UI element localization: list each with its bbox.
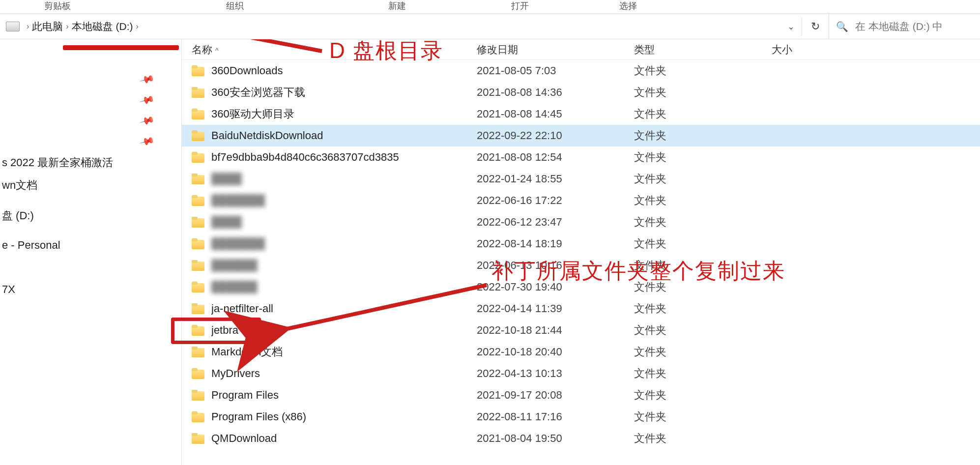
nav-item-drive-d[interactable]: 盘 (D:) (0, 204, 181, 227)
chevron-right-icon[interactable]: › (136, 22, 138, 31)
nav-item[interactable] (0, 256, 181, 263)
cell-date: 2022-01-24 18:55 (477, 173, 634, 185)
folder-icon (192, 282, 204, 292)
quick-access-item[interactable]: 📌 (0, 69, 167, 89)
refresh-button[interactable]: ↻ (802, 17, 829, 36)
file-name: MyDrivers (211, 367, 260, 380)
table-row[interactable]: ██████2022-06-13 10:16文件夹 (182, 255, 980, 276)
table-row[interactable]: Markdown文档2022-10-18 20:40文件夹 (182, 341, 980, 363)
cell-name: Markdown文档 (192, 345, 477, 359)
ribbon-group-organize: 组织 (226, 0, 244, 12)
nav-item[interactable]: wn文档 (0, 174, 181, 197)
file-name: ███████ (211, 237, 265, 250)
cell-name: BaiduNetdiskDownload (192, 129, 477, 142)
file-name: jetbra (211, 324, 238, 337)
file-name: Program Files (x86) (211, 410, 306, 423)
cell-type: 文件夹 (634, 215, 772, 230)
folder-icon (192, 368, 204, 379)
table-row[interactable]: 360安全浏览器下载2021-08-08 14:36文件夹 (182, 82, 980, 103)
table-row[interactable]: ja-netfilter-all2022-04-14 11:39文件夹 (182, 298, 980, 320)
cell-date: 2021-09-17 20:08 (477, 389, 634, 402)
search-input[interactable]: 🔍 在 本地磁盘 (D:) 中 (829, 14, 976, 39)
column-headers[interactable]: 名称^ 修改日期 类型 大小 (182, 39, 980, 60)
cell-type: 文件夹 (634, 107, 772, 121)
quick-access-item[interactable]: 📌 (0, 131, 167, 151)
file-name: ████ (211, 216, 242, 229)
nav-item[interactable] (0, 197, 181, 204)
cell-date: 2022-04-13 10:13 (477, 367, 634, 380)
nav-item-personal[interactable]: e - Personal (0, 235, 181, 256)
cell-type: 文件夹 (634, 431, 772, 446)
file-name: ja-netfilter-all (211, 302, 273, 315)
column-name[interactable]: 名称^ (192, 43, 477, 57)
folder-icon (192, 174, 204, 184)
cell-type: 文件夹 (634, 172, 772, 186)
navigation-pane[interactable]: 📌 📌 📌 📌 s 2022 最新全家桶激活 wn文档 盘 (D:) e - P… (0, 39, 182, 465)
column-type[interactable]: 类型 (634, 43, 772, 57)
table-row[interactable]: ████2022-01-24 18:55文件夹 (182, 168, 980, 190)
nav-item-7x[interactable]: 7X (0, 279, 181, 300)
cell-name: 360Downloads (192, 64, 477, 77)
table-row[interactable]: 360驱动大师目录2021-08-08 14:45文件夹 (182, 103, 980, 125)
chevron-right-icon[interactable]: › (27, 22, 29, 31)
file-name: ██████ (211, 259, 258, 272)
cell-date: 2021-08-05 7:03 (477, 64, 634, 77)
folder-icon (192, 347, 204, 357)
cell-name: MyDrivers (192, 367, 477, 380)
cell-date: 2022-06-12 23:47 (477, 216, 634, 229)
breadcrumb-this-pc[interactable]: 此电脑 (32, 20, 63, 33)
nav-item[interactable] (0, 263, 181, 271)
pin-icon: 📌 (139, 133, 156, 149)
cell-name: ██████ (192, 281, 477, 293)
file-name: ████ (211, 173, 242, 185)
sort-caret-icon: ^ (215, 47, 219, 55)
search-icon: 🔍 (836, 21, 848, 32)
nav-item[interactable] (0, 271, 181, 279)
address-history-dropdown[interactable]: ⌄ (780, 18, 802, 35)
cell-name: 360安全浏览器下载 (192, 85, 477, 100)
search-placeholder: 在 本地磁盘 (D:) 中 (855, 20, 943, 33)
column-date[interactable]: 修改日期 (477, 43, 634, 57)
file-name: ███████ (211, 194, 265, 207)
folder-icon (192, 109, 204, 119)
table-row[interactable]: MyDrivers2022-04-13 10:13文件夹 (182, 363, 980, 384)
cell-name: QMDownload (192, 432, 477, 445)
table-row[interactable]: ████2022-06-12 23:47文件夹 (182, 211, 980, 233)
cell-type: 文件夹 (634, 150, 772, 165)
nav-item[interactable] (0, 227, 181, 235)
file-list[interactable]: 名称^ 修改日期 类型 大小 360Downloads2021-08-05 7:… (182, 39, 980, 465)
folder-icon (192, 260, 204, 271)
chevron-right-icon[interactable]: › (66, 22, 68, 31)
table-row[interactable]: ██████2022-07-30 19:40文件夹 (182, 276, 980, 298)
quick-access-item[interactable]: 📌 (0, 89, 167, 110)
quick-access-item[interactable]: 📌 (0, 110, 167, 131)
table-row[interactable]: ███████2022-08-14 18:19文件夹 (182, 233, 980, 255)
cell-name: ███████ (192, 194, 477, 207)
cell-name: Program Files (192, 389, 477, 402)
table-row[interactable]: ███████2022-06-16 17:22文件夹 (182, 190, 980, 211)
pin-icon: 📌 (139, 112, 156, 128)
breadcrumb-drive-d[interactable]: 本地磁盘 (D:) (72, 20, 133, 33)
cell-name: ██████ (192, 259, 477, 272)
folder-icon (192, 130, 204, 141)
table-row[interactable]: QMDownload2021-08-04 19:50文件夹 (182, 428, 980, 449)
column-size[interactable]: 大小 (772, 43, 980, 57)
cell-date: 2022-08-14 18:19 (477, 237, 634, 250)
folder-icon (192, 217, 204, 228)
cell-type: 文件夹 (634, 236, 772, 251)
table-row[interactable]: Program Files (x86)2022-08-11 17:16文件夹 (182, 406, 980, 428)
cell-type: 文件夹 (634, 388, 772, 403)
address-bar[interactable]: › 此电脑 › 本地磁盘 (D:) › ⌄ ↻ 🔍 在 本地磁盘 (D:) 中 (0, 14, 980, 39)
file-name: Program Files (211, 389, 279, 402)
nav-item[interactable]: s 2022 最新全家桶激活 (0, 151, 181, 174)
table-row[interactable]: bf7e9dbba9b4d840c6c3683707cd38352021-08-… (182, 146, 980, 168)
table-row[interactable]: 360Downloads2021-08-05 7:03文件夹 (182, 60, 980, 82)
cell-date: 2022-06-16 17:22 (477, 194, 634, 207)
cell-name: Program Files (x86) (192, 410, 477, 423)
table-row[interactable]: Program Files2021-09-17 20:08文件夹 (182, 384, 980, 406)
folder-icon (192, 411, 204, 422)
cell-date: 2022-06-13 10:16 (477, 259, 634, 272)
file-name: BaiduNetdiskDownload (211, 129, 323, 142)
table-row[interactable]: jetbra2022-10-18 21:44文件夹 (182, 320, 980, 341)
table-row[interactable]: BaiduNetdiskDownload2022-09-22 22:10文件夹 (182, 125, 980, 146)
